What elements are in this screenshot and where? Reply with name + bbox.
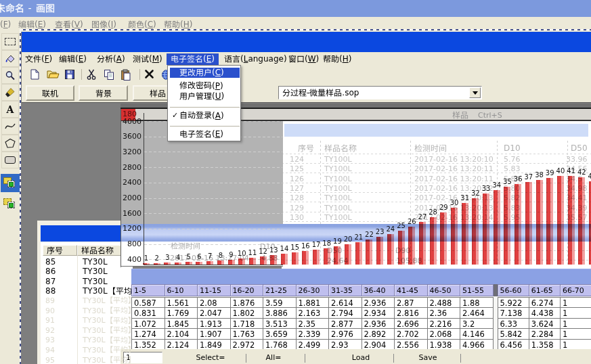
- selection-ants-vertical[interactable]: [20, 30, 21, 364]
- paint-menu-4[interactable]: (C): [128, 20, 156, 29]
- bottom-table-cell[interactable]: 3.659: [263, 328, 297, 340]
- toolbar-paste-button[interactable]: [121, 69, 135, 81]
- menu-item-0[interactable]: (C): [170, 68, 240, 78]
- bottom-table-cell[interactable]: 2.284: [529, 328, 561, 340]
- bottom-column-header[interactable]: 21-25: [263, 284, 297, 296]
- toolbar-delete-button[interactable]: [144, 69, 159, 81]
- bottom-table-cell[interactable]: 6.274: [529, 297, 561, 309]
- tool-text-tool[interactable]: A: [1, 101, 19, 118]
- bottom-table-cell[interactable]: 1.876: [230, 297, 264, 309]
- bottom-column-header[interactable]: 6-10: [165, 284, 198, 296]
- bottom-table-cell[interactable]: 2.124: [165, 339, 198, 350]
- bottom-column-header[interactable]: 16-20: [230, 284, 264, 296]
- menu-item-2[interactable]: (U): [170, 91, 240, 101]
- bottom-table-cell[interactable]: 2.696: [394, 318, 428, 329]
- toolbar-open-file-button[interactable]: [47, 69, 62, 81]
- bottom-table-cell[interactable]: 4.438: [529, 307, 561, 319]
- bottom-table-cell[interactable]: 1: [560, 339, 591, 350]
- bottom-table-cell[interactable]: 1.763: [230, 328, 264, 340]
- sample-table-row[interactable]: 124TY100L2017-02-16 13:20:105.7633.96: [282, 155, 591, 164]
- bottom-column-header[interactable]: 51-55: [460, 284, 494, 296]
- bottom-table-cell[interactable]: 1.561: [165, 297, 198, 309]
- bottom-table-cell[interactable]: 2.904: [362, 339, 395, 350]
- bottom-table-cell[interactable]: 1.802: [230, 307, 264, 319]
- bottom-table-cell[interactable]: 3.513: [263, 318, 297, 329]
- bottom-table-cell[interactable]: 2.08: [197, 297, 231, 309]
- bottom-table-cell[interactable]: 2.934: [362, 307, 395, 319]
- bottom-table-cell[interactable]: 2.877: [328, 318, 362, 329]
- bottom-table-cell[interactable]: 2.972: [230, 339, 264, 350]
- bottom-column-header[interactable]: 61-65: [529, 284, 561, 296]
- bottom-table-cell[interactable]: 1.718: [230, 318, 264, 329]
- bottom-table-cell[interactable]: 2.816: [394, 307, 428, 319]
- bottom-table-cell[interactable]: 6.33: [498, 318, 529, 329]
- bottom-table-cell[interactable]: 2.499: [296, 339, 330, 350]
- bottom-table-cell[interactable]: 2.702: [394, 328, 428, 340]
- bottom-table-cell[interactable]: 2.936: [362, 318, 395, 329]
- paint-menu-2[interactable]: (V): [55, 20, 83, 29]
- bottom-button-load[interactable]: Load: [337, 352, 385, 363]
- bottom-table-cell[interactable]: 1.849: [197, 339, 231, 350]
- bottom-table-cell[interactable]: 1: [560, 318, 591, 329]
- bottom-table-cell[interactable]: 4.966: [460, 339, 494, 350]
- tool-rounded-rect-tool[interactable]: [1, 152, 19, 168]
- toolbar-save-button[interactable]: [64, 69, 79, 81]
- menu-item-1[interactable]: (P): [170, 81, 240, 91]
- sample-list-row[interactable]: 90TY30L: [41, 306, 133, 317]
- bottom-table-cell[interactable]: 2.464: [460, 307, 494, 319]
- bottom-table-cell[interactable]: 1.769: [165, 307, 198, 319]
- option-paste-opaque-option[interactable]: [1, 174, 20, 192]
- bottom-table-cell[interactable]: 1.768: [263, 339, 297, 350]
- bottom-table-cell[interactable]: 3.886: [263, 307, 297, 319]
- app-menu-1[interactable]: (E): [55, 53, 91, 65]
- bottom-table-cell[interactable]: 2.87: [394, 297, 428, 309]
- bottom-table-cell[interactable]: 2.163: [296, 307, 330, 319]
- toolbar-new-file-button[interactable]: [30, 69, 45, 81]
- bottom-table-cell[interactable]: 2.93: [328, 339, 362, 350]
- bottom-table-cell[interactable]: 1.072: [131, 318, 165, 329]
- bottom-table-cell[interactable]: 1.938: [427, 339, 461, 350]
- bottom-table-cell[interactable]: 2.794: [328, 307, 362, 319]
- bottom-column-header[interactable]: 56-60: [498, 284, 529, 296]
- bottom-column-header[interactable]: 26-30: [296, 284, 330, 296]
- sample-list-row[interactable]: 88TY30L: [41, 286, 133, 296]
- bottom-table-cell[interactable]: 4.146: [460, 328, 494, 340]
- app-menu-3[interactable]: (M): [129, 53, 167, 65]
- bottom-table-cell[interactable]: 5.922: [498, 297, 529, 309]
- bottom-table-cell[interactable]: 2.488: [427, 297, 461, 309]
- paint-menu-0[interactable]: (F): [0, 20, 11, 29]
- bottom-table-cell[interactable]: 1.845: [165, 318, 198, 329]
- sample-list-row[interactable]: 85TY30L: [41, 257, 133, 267]
- app-menu-7[interactable]: (H): [319, 53, 355, 65]
- tool-select-tool[interactable]: [1, 33, 19, 50]
- bottom-column-header[interactable]: 46-50: [427, 284, 461, 296]
- bottom-table-cell[interactable]: 2.614: [328, 297, 362, 309]
- bottom-table-cell[interactable]: 1.358: [529, 339, 561, 350]
- bottom-table-cell[interactable]: 2.36: [427, 307, 461, 319]
- bottom-table-cell[interactable]: 7.138: [498, 307, 529, 319]
- bottom-column-header[interactable]: 31-35: [328, 284, 362, 296]
- command-button-1[interactable]: [79, 85, 128, 101]
- sample-table-row[interactable]: 127TY100L2017-02-16 13:20:125.8034.98: [282, 184, 591, 194]
- toolbar-cut-button[interactable]: [87, 69, 102, 81]
- sample-list-row[interactable]: 93TY30L: [41, 336, 133, 346]
- bottom-table-cell[interactable]: 5.842: [498, 328, 529, 340]
- bottom-table-cell[interactable]: 1: [560, 328, 591, 340]
- paint-menu-5[interactable]: (H): [164, 20, 192, 29]
- app-menu-2[interactable]: (A): [93, 53, 129, 65]
- bottom-column-header[interactable]: 11-15: [197, 284, 231, 296]
- bottom-table-cell[interactable]: 3.59: [263, 297, 297, 309]
- bottom-table-cell[interactable]: 2.216: [427, 318, 461, 329]
- bottom-button-all[interactable]: All=: [250, 352, 297, 363]
- bottom-button-select[interactable]: Select=: [180, 352, 241, 363]
- bottom-table-cell[interactable]: 1: [560, 307, 591, 319]
- combobox-dropdown-button[interactable]: [469, 87, 481, 98]
- bottom-table-cell[interactable]: 1.907: [197, 328, 231, 340]
- paint-menu-1[interactable]: (E): [18, 20, 46, 29]
- tool-polygon-tool[interactable]: [1, 135, 19, 152]
- sample-list-row[interactable]: 86TY30L: [41, 267, 133, 277]
- sop-file-combobox[interactable]: -.sop: [278, 86, 482, 99]
- bottom-table-cell[interactable]: 2.068: [427, 328, 461, 340]
- bottom-column-header[interactable]: 1-5: [131, 284, 165, 296]
- sample-list-row[interactable]: 95TY30L: [41, 356, 133, 364]
